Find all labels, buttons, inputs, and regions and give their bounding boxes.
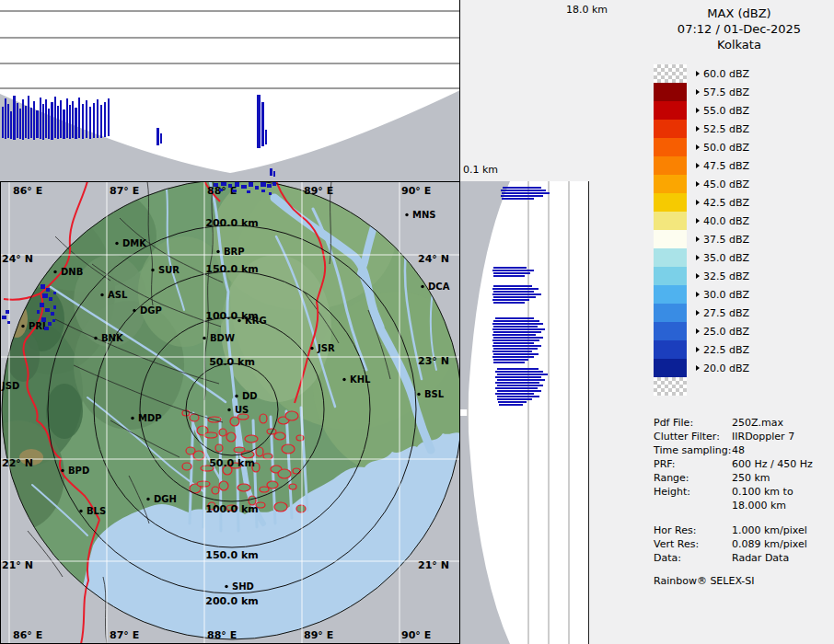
metadata-row: Range:250 km [654,471,834,485]
metadata-value: 18.000 km [732,499,786,512]
svg-text:150.0 km: 150.0 km [205,549,258,561]
metadata-value: 0.100 km to [732,485,793,499]
colorbar-row: 50.0 dBZ [654,138,834,156]
colorbar-swatch [654,340,687,359]
svg-text:MNS: MNS [412,210,436,220]
radar-application-window: { "axes": { "top_height_label": "18.0 km… [0,0,834,644]
colorbar-row: 47.5 dBZ [654,156,834,175]
metadata-value: 250Z.max [732,416,783,430]
colorbar-row: 25.0 dBZ [654,322,834,340]
colorbar-label: 47.5 dBZ [696,160,749,172]
colorbar-label: 52.5 dBZ [696,123,749,135]
svg-text:90° E: 90° E [401,185,431,197]
metadata-row: Data:Radar Data [654,551,834,565]
svg-text:ASL: ASL [108,290,128,300]
metadata-label: Vert Res: [654,537,732,551]
tick-arrow-icon [696,108,700,113]
tick-arrow-icon [696,365,700,371]
svg-text:DNB: DNB [61,267,83,277]
metadata-label: Height: [654,485,732,499]
svg-text:DGH: DGH [154,494,177,504]
legend-panel: MAX (dBZ) 07:12 / 01-Dec-2025 Kolkata 60… [644,0,834,644]
metadata-label: Pdf File: [654,416,732,430]
tick-arrow-icon [696,181,700,187]
top-height-profile-svg [0,0,460,181]
svg-text:50.0 km: 50.0 km [209,457,255,469]
colorbar-row: 22.5 dBZ [654,340,834,359]
top-height-profile-panel [0,0,460,181]
metadata-group-2: Hor Res:1.000 km/pixelVert Res:0.089 km/… [654,523,834,565]
colorbar-swatch [654,64,687,83]
colorbar-row [654,377,834,396]
radar-map-panel: 86° E86° E87° E87° E88° E88° E89° E89° E… [0,181,460,644]
tick-arrow-icon [696,71,700,76]
side-height-profile-svg [460,181,589,644]
colorbar-row: 35.0 dBZ [654,248,834,267]
metadata-label: PRF: [654,457,732,471]
metadata-value: 600 Hz / 450 Hz [732,457,813,471]
svg-text:23° N: 23° N [418,355,449,367]
svg-text:JSR: JSR [317,343,335,353]
svg-text:KHL: KHL [350,374,371,385]
colorbar-swatch [654,101,687,120]
svg-text:90° E: 90° E [401,629,431,641]
svg-text:SHD: SHD [232,581,254,592]
svg-text:87° E: 87° E [110,185,139,197]
colorbar-label: 20.0 dBZ [696,362,749,374]
colorbar-label: 57.5 dBZ [696,86,749,98]
colorbar-label: 27.5 dBZ [696,307,749,319]
metadata-label: Clutter Filter: [654,430,732,443]
dbz-colorbar: 60.0 dBZ57.5 dBZ55.0 dBZ52.5 dBZ50.0 dBZ… [654,64,834,396]
height-axis-min-label: 0.1 km [463,164,498,176]
colorbar-swatch [654,304,687,322]
colorbar-row: 42.5 dBZ [654,193,834,212]
metadata-row: Clutter Filter:IIRDoppler 7 [654,430,834,443]
metadata-value: 0.089 km/pixel [732,537,807,551]
colorbar-swatch [654,193,687,212]
svg-text:BRP: BRP [224,247,245,257]
colorbar-label: 55.0 dBZ [696,105,749,117]
metadata-row: Pdf File:250Z.max [654,416,834,430]
svg-text:87° E: 87° E [110,629,139,641]
colorbar-row: 55.0 dBZ [654,101,834,120]
colorbar-label: 50.0 dBZ [696,142,749,154]
colorbar-label: 35.0 dBZ [696,252,749,264]
colorbar-row: 27.5 dBZ [654,304,834,322]
svg-text:SUR: SUR [158,265,180,275]
svg-text:86° E: 86° E [13,185,42,197]
svg-text:BNK: BNK [101,333,124,343]
colorbar-row: 32.5 dBZ [654,267,834,285]
colorbar-label: 37.5 dBZ [696,234,749,246]
colorbar-swatch [654,138,687,156]
colorbar-swatch [654,248,687,267]
svg-text:MDP: MDP [138,413,162,423]
tick-arrow-icon [696,163,700,168]
tick-arrow-icon [696,273,700,279]
svg-text:89° E: 89° E [304,629,333,641]
svg-text:24° N: 24° N [418,253,449,265]
tick-arrow-icon [696,255,700,260]
metadata-row: PRF:600 Hz / 450 Hz [654,457,834,471]
svg-text:KRG: KRG [245,316,267,326]
colorbar-row: 52.5 dBZ [654,120,834,138]
tick-arrow-icon [696,328,700,334]
product-metadata: Pdf File:250Z.maxClutter Filter:IIRDoppl… [654,416,834,588]
metadata-label: Hor Res: [654,523,732,537]
city-jsd: JSD [0,381,19,391]
radar-map-svg: 86° E86° E87° E87° E88° E88° E89° E89° E… [0,181,460,644]
tick-arrow-icon [696,126,700,132]
metadata-value: IIRDoppler 7 [732,430,794,443]
colorbar-swatch [654,156,687,175]
colorbar-row: 57.5 dBZ [654,83,834,101]
metadata-row: Time sampling:48 [654,443,834,457]
metadata-label [654,499,732,512]
svg-text:JSD: JSD [1,381,19,391]
colorbar-label: 60.0 dBZ [696,68,749,80]
colorbar-swatch [654,175,687,193]
svg-text:BDW: BDW [210,333,235,343]
colorbar-swatch [654,230,687,248]
svg-text:200.0 km: 200.0 km [205,595,258,607]
tick-arrow-icon [696,144,700,150]
side-height-profile-panel [460,181,589,644]
colorbar-row: 37.5 dBZ [654,230,834,248]
